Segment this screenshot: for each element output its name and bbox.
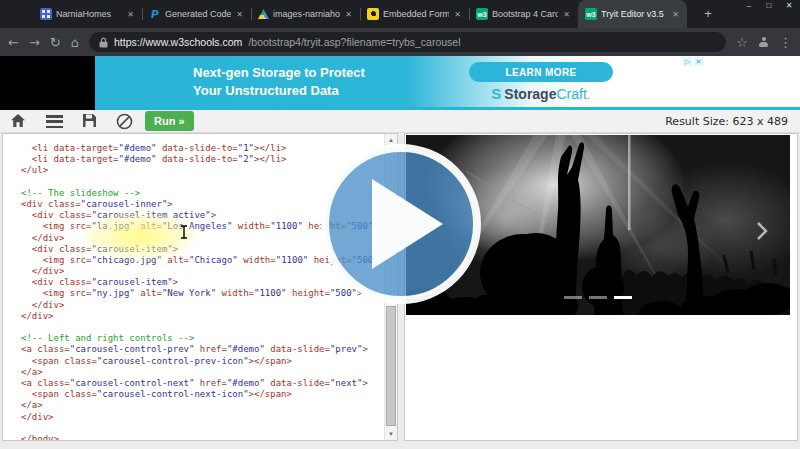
- tab-title: images-narniahomes: [273, 9, 340, 19]
- ad-brand-logo: S StorageCraft.: [469, 85, 613, 102]
- back-icon[interactable]: ←: [8, 36, 19, 49]
- tab-title: Generated Code - PayPal: [165, 9, 231, 19]
- scroll-down-icon[interactable]: ▼: [385, 428, 397, 440]
- ibeam-cursor-icon: [180, 225, 188, 239]
- browser-tab[interactable]: NarniaHomes✕: [33, 0, 142, 28]
- window-maximize-button[interactable]: □: [764, 1, 774, 10]
- browser-tab[interactable]: PGenerated Code - PayPal✕: [142, 0, 251, 28]
- tab-close-icon[interactable]: ✕: [126, 9, 135, 20]
- browser-tab[interactable]: w3Bootstrap 4 Carousel✕: [469, 0, 578, 28]
- code-line: <span class="carousel-control-next-icon"…: [21, 389, 384, 400]
- tab-title: Bootstrap 4 Carousel: [492, 9, 558, 19]
- ad-learn-more-button[interactable]: LEARN MORE: [469, 62, 613, 82]
- new-tab-button[interactable]: +: [700, 6, 716, 22]
- code-line: </a>: [21, 367, 384, 378]
- browser-tab[interactable]: Embedded Form Code✕: [360, 0, 469, 28]
- storagecraft-logo-icon: S: [491, 85, 501, 102]
- browser-menu-icon[interactable]: ⋮: [779, 36, 792, 49]
- code-line: <a class="carousel-control-next" href="#…: [21, 378, 384, 389]
- tab-close-icon[interactable]: ✕: [344, 9, 353, 20]
- code-line: </div>: [21, 311, 384, 322]
- tab-title: Embedded Form Code: [383, 9, 449, 19]
- run-button[interactable]: Run »: [145, 111, 194, 131]
- profile-avatar-icon[interactable]: [758, 37, 769, 48]
- reload-icon[interactable]: ↻: [50, 36, 61, 49]
- browser-tab[interactable]: w3Tryit Editor v3.5✕: [578, 0, 687, 28]
- tab-close-icon[interactable]: ✕: [671, 9, 680, 20]
- tab-strip: NarniaHomes✕PGenerated Code - PayPal✕ima…: [33, 0, 687, 28]
- w3-favicon-icon: w3: [476, 8, 488, 20]
- ad-banner[interactable]: Next-gen Storage to Protect Your Unstruc…: [95, 56, 800, 110]
- tab-bar: NarniaHomes✕PGenerated Code - PayPal✕ima…: [0, 0, 800, 28]
- ad-headline-line2: Your Unstructured Data: [193, 82, 365, 100]
- scrollbar-thumb[interactable]: [386, 306, 396, 426]
- code-line: [21, 423, 384, 434]
- result-size-label: Result Size: 623 x 489: [665, 115, 788, 128]
- adchoices-icon[interactable]: ▷: [683, 57, 692, 66]
- url-bar: ← → ↻ ⌂ https://www.w3schools.com/bootst…: [0, 28, 800, 56]
- window-minimize-button[interactable]: –: [744, 1, 754, 10]
- orientation-toggle-icon[interactable]: [116, 113, 133, 130]
- tab-close-icon[interactable]: ✕: [562, 9, 571, 20]
- carousel-indicator-dash[interactable]: [614, 296, 632, 299]
- tab-title: NarniaHomes: [56, 9, 122, 19]
- browser-window: NarniaHomes✕PGenerated Code - PayPal✕ima…: [0, 0, 800, 449]
- result-size-value: 623 x 489: [733, 115, 789, 128]
- embed-favicon-icon: [367, 8, 379, 20]
- code-line: </body>: [21, 434, 384, 440]
- ad-close-icon[interactable]: ✕: [694, 57, 703, 66]
- tab-close-icon[interactable]: ✕: [235, 9, 244, 20]
- bookmark-star-icon[interactable]: ☆: [736, 36, 748, 49]
- video-play-button[interactable]: [316, 139, 486, 309]
- home-button-icon[interactable]: [10, 113, 26, 128]
- code-line: <a class="carousel-control-prev" href="#…: [21, 344, 384, 355]
- code-line: </a>: [21, 400, 384, 411]
- code-line: <span class="carousel-control-prev-icon"…: [21, 356, 384, 367]
- drive-favicon-icon: [258, 9, 269, 19]
- code-line: </div>: [21, 412, 384, 423]
- ad-headline-line1: Next-gen Storage to Protect: [193, 64, 365, 82]
- address-input[interactable]: https://www.w3schools.com/bootstrap4/try…: [89, 32, 726, 52]
- browser-tab[interactable]: images-narniahomes✕: [251, 0, 360, 28]
- carousel-indicator-dash[interactable]: [564, 296, 582, 299]
- tryit-toolbar: Run » Result Size: 623 x 489: [0, 110, 800, 133]
- ad-strip: Next-gen Storage to Protect Your Unstruc…: [0, 56, 800, 110]
- window-close-button[interactable]: ✕: [784, 1, 794, 10]
- menu-button-icon[interactable]: [46, 115, 63, 128]
- tab-title: Tryit Editor v3.5: [601, 9, 667, 19]
- forward-icon[interactable]: →: [29, 36, 40, 49]
- ad-headline: Next-gen Storage to Protect Your Unstruc…: [193, 64, 365, 100]
- padlock-icon: [99, 37, 108, 48]
- save-button-icon[interactable]: [82, 113, 97, 128]
- window-controls: – □ ✕: [744, 1, 794, 10]
- footer-strip: [0, 441, 800, 449]
- w3-favicon-icon: w3: [585, 8, 597, 20]
- tab-close-icon[interactable]: ✕: [453, 9, 462, 20]
- adchoices-controls: ▷ ✕: [683, 57, 703, 66]
- home-icon[interactable]: ⌂: [71, 36, 79, 49]
- carousel-indicators[interactable]: [564, 296, 632, 299]
- url-path: /bootstrap4/tryit.asp?filename=trybs_car…: [248, 36, 460, 48]
- url-host: https://www.w3schools.com: [114, 36, 242, 48]
- code-line: [21, 322, 384, 333]
- paypal-favicon-icon: P: [149, 8, 161, 20]
- narnia-favicon-icon: [40, 8, 52, 20]
- carousel-indicator-dash[interactable]: [589, 296, 607, 299]
- code-line: <!-- Left and right controls -->: [21, 333, 384, 344]
